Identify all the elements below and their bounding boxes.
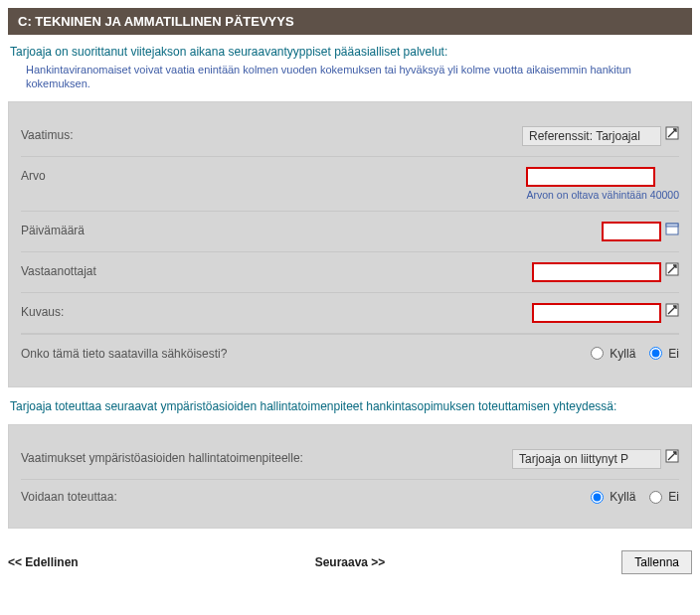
- row-vaatimus: Vaatimus: Referenssit: Tarjoajal: [21, 116, 679, 157]
- voidaan-yes-radio[interactable]: [591, 491, 604, 504]
- arvo-hint: Arvon on oltava vähintään 40000: [526, 189, 679, 201]
- intro-subtext: Hankintaviranomaiset voivat vaatia enint…: [26, 63, 690, 91]
- eavail-yes-radio[interactable]: [591, 347, 604, 360]
- voidaan-yes-label: Kyllä: [610, 490, 635, 504]
- expand-icon[interactable]: [665, 303, 679, 317]
- row-env-vaatimukset: Vaatimukset ympäristöasioiden hallintato…: [21, 439, 679, 480]
- kuvaus-input[interactable]: [532, 303, 661, 323]
- label-kuvaus: Kuvaus:: [21, 303, 299, 319]
- eavail-no-label: Ei: [668, 347, 679, 361]
- label-paivamaara: Päivämäärä: [21, 222, 299, 237]
- voidaan-no-radio[interactable]: [649, 491, 662, 504]
- label-voidaan: Voidaan toteuttaa:: [21, 490, 561, 504]
- section2-title: Tarjoaja toteuttaa seuraavat ympäristöas…: [10, 399, 690, 415]
- expand-icon[interactable]: [665, 262, 679, 276]
- env-vaatimukset-value: Tarjoaja on liittynyt P: [512, 449, 661, 469]
- row-eavail: Onko tämä tieto saatavilla sähköisesti? …: [21, 334, 679, 373]
- row-arvo: Arvo Arvon on oltava vähintään 40000: [21, 157, 679, 212]
- arvo-input[interactable]: [526, 167, 655, 187]
- row-vastaanottajat: Vastaanottajat: [21, 252, 679, 293]
- expand-icon[interactable]: [665, 449, 679, 463]
- vastaanottajat-input[interactable]: [532, 262, 661, 282]
- row-voidaan: Voidaan toteuttaa: Kyllä Ei: [21, 480, 679, 514]
- section-header: C: TEKNINEN JA AMMATILLINEN PÄTEVYYS: [8, 8, 692, 35]
- paivamaara-input[interactable]: [602, 222, 661, 241]
- intro-text: Tarjoaja on suorittanut viitejakson aika…: [10, 45, 690, 59]
- label-eavail: Onko tämä tieto saatavilla sähköisesti?: [21, 347, 561, 361]
- voidaan-no-label: Ei: [668, 490, 679, 504]
- eavail-yes-label: Kyllä: [610, 347, 635, 361]
- label-arvo: Arvo: [21, 167, 299, 183]
- svg-rect-2: [666, 224, 678, 227]
- expand-icon[interactable]: [665, 126, 679, 140]
- label-vastaanottajat: Vastaanottajat: [21, 262, 299, 278]
- eavail-no-radio[interactable]: [649, 347, 662, 360]
- panel-references: Vaatimus: Referenssit: Tarjoajal Arvo Ar…: [8, 101, 692, 387]
- label-env-vaatimukset: Vaatimukset ympäristöasioiden hallintato…: [21, 449, 359, 465]
- calendar-icon[interactable]: [665, 222, 679, 235]
- save-button[interactable]: Tallenna: [621, 550, 692, 574]
- section-title: C: TEKNINEN JA AMMATILLINEN PÄTEVYYS: [18, 14, 294, 29]
- next-link[interactable]: Seuraava >>: [315, 555, 386, 569]
- footer-nav: << Edellinen Seuraava >> Tallenna: [8, 550, 692, 574]
- vaatimus-value: Referenssit: Tarjoajal: [522, 126, 661, 146]
- row-kuvaus: Kuvaus:: [21, 293, 679, 334]
- label-vaatimus: Vaatimus:: [21, 126, 299, 142]
- prev-link[interactable]: << Edellinen: [8, 555, 79, 569]
- panel-env: Vaatimukset ympäristöasioiden hallintato…: [8, 424, 692, 529]
- row-paivamaara: Päivämäärä: [21, 212, 679, 252]
